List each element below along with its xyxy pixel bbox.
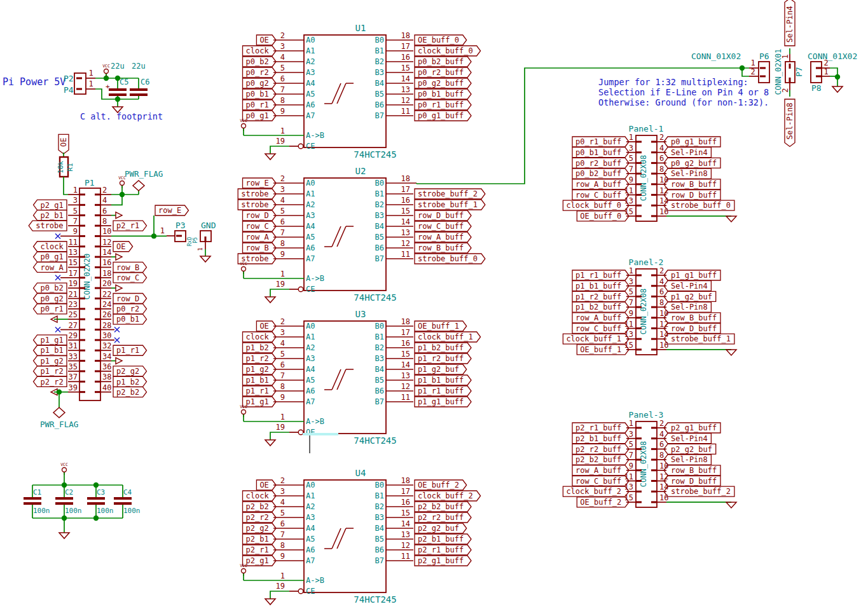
gnd-symbol[interactable] (265, 599, 275, 605)
pin-number[interactable]: 8 (280, 541, 285, 550)
pin-name[interactable]: A4 (306, 222, 315, 231)
pin-number[interactable]: 18 (401, 317, 410, 326)
pin-name[interactable]: B0 (375, 481, 384, 489)
pin-number[interactable]: 3 (629, 277, 633, 286)
gnd-symbol[interactable] (265, 154, 275, 160)
pin-number[interactable]: 9 (629, 309, 633, 318)
ref-P3[interactable]: P3 (176, 221, 186, 230)
value-C5[interactable]: 22u (111, 62, 125, 71)
pin-number[interactable]: 12 (401, 382, 410, 391)
pin-name[interactable]: B4 (375, 524, 384, 533)
pin-number[interactable]: 4 (659, 277, 664, 286)
pin-number[interactable]: 2 (750, 67, 755, 76)
pin-number[interactable]: 39 (69, 383, 78, 392)
pin-name-ce[interactable]: CE (306, 285, 315, 294)
pin-number[interactable]: 4 (280, 339, 285, 348)
pin-number[interactable]: 1 (750, 58, 755, 67)
pin-name[interactable]: A1 (306, 491, 315, 500)
value-C4[interactable]: 100n (123, 507, 141, 515)
vcc-symbol[interactable] (120, 181, 125, 186)
pin-number[interactable]: 16 (401, 498, 410, 507)
pin-name[interactable]: B0 (375, 179, 384, 188)
pin-number[interactable]: 2 (280, 174, 285, 183)
pin-name[interactable]: B6 (375, 243, 384, 252)
pin-number[interactable]: 7 (73, 217, 78, 226)
gnd-symbol[interactable] (726, 216, 736, 222)
pin-name[interactable]: A3 (306, 354, 315, 363)
pin-name[interactable]: A7 (306, 556, 315, 565)
pin-number[interactable]: 6 (659, 154, 664, 163)
ic-value[interactable]: 74HCT245 (354, 292, 396, 303)
pin-number[interactable]: 9 (280, 250, 285, 259)
pin-number[interactable]: 1 (280, 127, 285, 135)
polyline[interactable] (270, 432, 289, 440)
pin-name[interactable]: A4 (306, 79, 315, 88)
pwr-flag-symbol[interactable] (133, 181, 144, 191)
pin-name[interactable]: B3 (375, 211, 384, 220)
note-jumper-line[interactable]: Otherwise: Ground (for non-1:32). (598, 97, 769, 107)
pin-number[interactable]: 13 (401, 85, 410, 94)
pin-number[interactable]: 11 (401, 393, 410, 402)
pin-number[interactable]: 2 (102, 186, 107, 195)
pin-name[interactable]: B3 (375, 68, 384, 77)
pin-name[interactable]: A5 (306, 535, 315, 544)
pin-number[interactable]: 10 (102, 227, 111, 236)
gnd-symbol[interactable] (200, 256, 210, 262)
pin-name[interactable]: A->B (306, 274, 324, 283)
pin-name[interactable]: A2 (306, 502, 315, 511)
pin-number[interactable]: 19 (276, 280, 285, 289)
pin-number[interactable]: 14 (102, 248, 111, 257)
ic-ref-U1[interactable]: U1 (355, 23, 366, 33)
pin-number[interactable]: 11 (401, 107, 410, 116)
pin-number[interactable]: 8 (659, 451, 664, 460)
ic-value[interactable]: 74HCT245 (354, 435, 396, 446)
pwr-flag-symbol[interactable] (53, 407, 65, 418)
connector-P8[interactable] (811, 62, 822, 83)
pin-number[interactable]: 9 (280, 552, 285, 561)
value-P3[interactable]: RxD (187, 237, 193, 247)
pin-name[interactable]: B6 (375, 100, 384, 109)
pin-name[interactable]: A7 (306, 111, 315, 120)
vcc-symbol[interactable] (242, 410, 246, 414)
pin-number[interactable]: 16 (659, 207, 668, 216)
pin-number[interactable]: 27 (69, 321, 78, 330)
pin-name[interactable]: B1 (375, 189, 384, 198)
pin-name[interactable]: A3 (306, 513, 315, 522)
polyline[interactable] (270, 146, 289, 154)
pin-number[interactable]: 16 (401, 53, 410, 62)
pin-name[interactable]: B0 (375, 36, 384, 44)
pin-number[interactable]: 18 (401, 31, 410, 40)
connector-P6[interactable] (759, 62, 769, 83)
pin-name[interactable]: B5 (375, 535, 384, 544)
pin-name[interactable]: B2 (375, 200, 384, 209)
note-pi-power[interactable]: Pi Power 5V (3, 76, 65, 88)
pin-name[interactable]: A->B (306, 131, 324, 140)
pin-number[interactable]: 5 (280, 509, 285, 517)
pin-number[interactable]: 9 (280, 393, 285, 402)
pin-number[interactable]: 16 (659, 341, 668, 350)
pin-number[interactable]: 3 (280, 185, 285, 194)
pin-name[interactable]: B7 (375, 254, 384, 263)
pin-number[interactable]: 12 (401, 239, 410, 248)
pin-name[interactable]: A0 (306, 36, 315, 44)
pin-number[interactable]: 1 (197, 247, 203, 250)
pin-number[interactable]: 17 (401, 328, 410, 337)
pin-name[interactable]: B7 (375, 397, 384, 406)
pin-number[interactable]: 13 (401, 371, 410, 380)
pin-number[interactable]: 21 (69, 290, 78, 299)
pwr-flag-label[interactable]: PWR_FLAG (125, 169, 163, 179)
gnd-symbol[interactable] (726, 502, 736, 508)
pin-number[interactable]: 6 (659, 287, 664, 296)
pin-number[interactable]: 11 (69, 238, 78, 247)
ic-ref-U3[interactable]: U3 (355, 309, 366, 319)
pin-number[interactable]: 1 (629, 419, 633, 428)
pin-number[interactable]: 35 (69, 362, 78, 371)
note-jumper-line[interactable]: Selection if E-Line on Pin 4 or 8 (598, 87, 769, 97)
pin-number[interactable]: 13 (401, 228, 410, 237)
pin-number[interactable]: 2 (781, 88, 790, 92)
ref-P4[interactable]: P4 (64, 85, 74, 95)
pin-name[interactable]: A2 (306, 57, 315, 66)
pin-number[interactable]: 11 (401, 250, 410, 259)
pin-name[interactable]: B5 (375, 376, 384, 385)
pin-number[interactable]: 15 (401, 350, 410, 359)
